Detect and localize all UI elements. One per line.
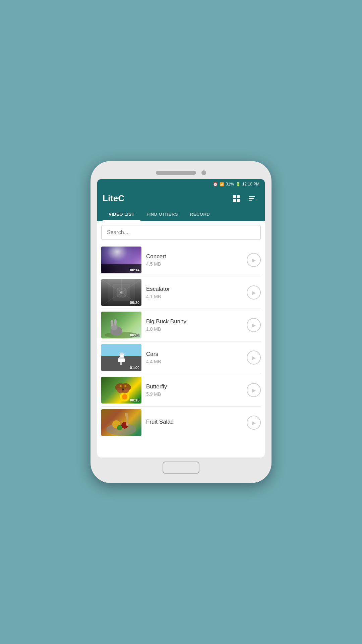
play-button-cars[interactable]: ▶ (247, 351, 261, 365)
thumbnail-concert: 00:14 (101, 247, 141, 273)
video-info-bunny: Big Buck Bunny 1.0 MB (146, 318, 242, 332)
svg-point-5 (120, 291, 122, 293)
signal-icon: 📶 (220, 182, 224, 186)
phone-bottom (97, 458, 265, 476)
thumbnail-butterfly: 00:15 (101, 377, 141, 404)
battery-percent: 31% (226, 182, 234, 186)
svg-rect-20 (120, 353, 123, 355)
video-info-fruitsalad: Fruit Salad (146, 419, 242, 427)
battery-icon: 🔋 (236, 182, 241, 186)
tab-find-others[interactable]: FIND OTHERS (140, 208, 184, 221)
svg-line-1 (121, 279, 141, 292)
app-bar: LiteC ↓ (97, 189, 265, 221)
duration-escalator: 00:20 (130, 301, 139, 305)
phone-frame: ⏰ 📶 31% 🔋 12:10 PM LiteC (90, 161, 272, 483)
content-area: 00:14 Concert 4.5 MB ▶ (97, 221, 265, 458)
list-item: 00:20 Escalator 4.1 MB ▶ (101, 276, 261, 309)
video-size-cars: 4.4 MB (146, 359, 242, 364)
search-input[interactable] (101, 225, 261, 240)
grid-view-button[interactable] (232, 194, 241, 203)
thumbnail-bunny: 00:05 (101, 312, 141, 338)
play-button-escalator[interactable]: ▶ (247, 285, 261, 300)
svg-line-2 (101, 292, 121, 306)
video-info-concert: Concert 4.5 MB (146, 253, 242, 267)
sort-button[interactable]: ↓ (248, 195, 259, 203)
video-list: 00:14 Concert 4.5 MB ▶ (101, 244, 261, 439)
play-button-concert[interactable]: ▶ (247, 253, 261, 267)
phone-top-bar (97, 168, 265, 179)
video-info-escalator: Escalator 4.1 MB (146, 286, 242, 299)
video-title-bunny: Big Buck Bunny (146, 318, 242, 325)
thumbnail-cars: 01:00 (101, 344, 141, 371)
svg-rect-35 (125, 413, 126, 417)
thumbnail-escalator: 00:20 (101, 279, 141, 306)
video-title-cars: Cars (146, 351, 242, 358)
fruitsalad-svg (101, 409, 141, 436)
tabs: VIDEO LIST FIND OTHERS RECORD (103, 208, 259, 221)
grid-icon (233, 195, 240, 202)
list-item: 00:05 Big Buck Bunny 1.0 MB ▶ (101, 309, 261, 341)
svg-point-12 (114, 319, 117, 326)
phone-screen: ⏰ 📶 31% 🔋 12:10 PM LiteC (97, 179, 265, 458)
duration-concert: 00:14 (130, 268, 139, 272)
svg-rect-18 (119, 357, 124, 359)
svg-line-0 (101, 279, 121, 292)
play-button-bunny[interactable]: ▶ (247, 318, 261, 332)
thumbnail-fruitsalad (101, 409, 141, 436)
list-item: 01:00 Cars 4.4 MB ▶ (101, 341, 261, 374)
video-size-escalator: 4.1 MB (146, 294, 242, 299)
svg-rect-37 (127, 413, 128, 417)
video-info-butterfly: Butterfly 5.9 MB (146, 383, 242, 397)
home-button[interactable] (163, 462, 199, 474)
svg-point-11 (111, 320, 113, 326)
video-title-butterfly: Butterfly (146, 383, 242, 390)
list-item: 00:15 Butterfly 5.9 MB ▶ (101, 374, 261, 407)
svg-rect-36 (126, 413, 127, 417)
tab-record[interactable]: RECORD (184, 208, 216, 221)
play-button-butterfly[interactable]: ▶ (247, 383, 261, 397)
duration-butterfly: 00:15 (130, 398, 139, 402)
svg-point-29 (124, 385, 126, 387)
video-size-concert: 4.5 MB (146, 261, 242, 267)
svg-point-28 (120, 385, 122, 387)
duration-bunny: 00:05 (130, 333, 139, 337)
app-title: LiteC (103, 193, 124, 204)
duration-cars: 01:00 (130, 366, 139, 370)
list-item: 00:14 Concert 4.5 MB ▶ (101, 244, 261, 276)
video-title-concert: Concert (146, 253, 242, 260)
speaker-bar (156, 171, 196, 175)
tab-video-list[interactable]: VIDEO LIST (103, 208, 140, 221)
list-item: Fruit Salad ▶ (101, 407, 261, 439)
video-title-escalator: Escalator (146, 286, 242, 292)
svg-rect-16 (120, 362, 122, 365)
video-size-butterfly: 5.9 MB (146, 391, 242, 397)
app-bar-actions: ↓ (232, 194, 259, 203)
app-bar-top: LiteC ↓ (103, 193, 259, 204)
alarm-icon: ⏰ (213, 182, 218, 186)
status-bar: ⏰ 📶 31% 🔋 12:10 PM (97, 179, 265, 189)
status-icons: ⏰ 📶 31% 🔋 12:10 PM (213, 182, 259, 186)
front-camera (201, 170, 206, 175)
video-size-bunny: 1.0 MB (146, 326, 242, 332)
svg-point-33 (117, 425, 122, 430)
video-title-fruitsalad: Fruit Salad (146, 419, 242, 425)
play-button-fruitsalad[interactable]: ▶ (247, 416, 261, 430)
video-info-cars: Cars 4.4 MB (146, 351, 242, 364)
time-display: 12:10 PM (242, 182, 259, 186)
svg-point-22 (122, 394, 127, 399)
